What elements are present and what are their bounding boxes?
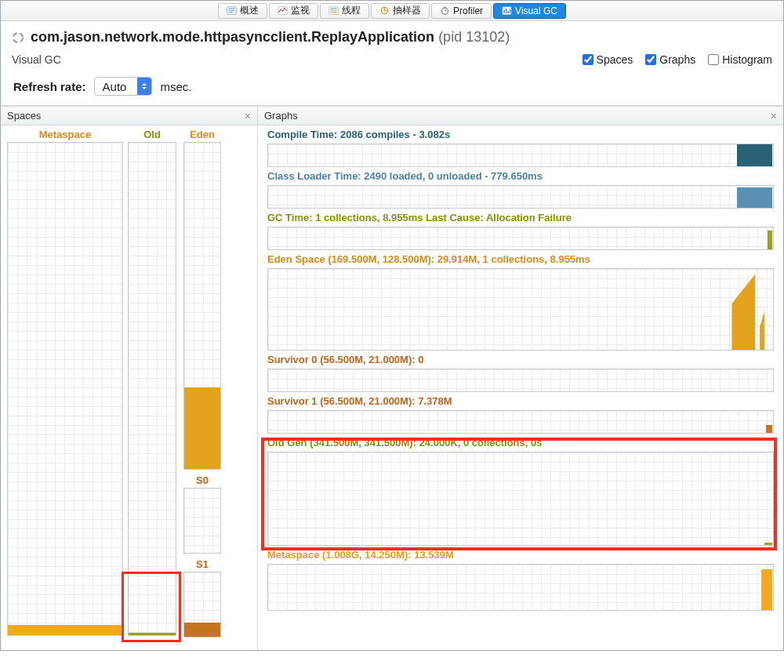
stepper-arrows-icon[interactable] xyxy=(137,78,151,95)
visualgc-icon xyxy=(502,5,512,16)
graph-box-compile xyxy=(267,143,774,167)
close-icon[interactable]: × xyxy=(245,110,251,122)
sampler-icon xyxy=(379,5,390,16)
svg-rect-2 xyxy=(229,10,235,11)
graph-bar xyxy=(764,543,772,545)
tab-monitor[interactable]: 监视 xyxy=(269,3,318,19)
svg-rect-14 xyxy=(444,7,446,8)
graph-title-s1: Survivor 1 (56.500M, 21.000M): 7.378M xyxy=(267,395,774,407)
space-s0-box xyxy=(183,488,221,554)
graph-container-s0 xyxy=(267,369,774,392)
space-metaspace: Metaspace xyxy=(7,129,123,636)
graph-container-s1 xyxy=(267,410,774,434)
space-fill xyxy=(8,625,122,635)
graph-box-metaspace xyxy=(267,564,774,611)
graph-box-classloader xyxy=(267,185,774,209)
refresh-unit: msec. xyxy=(160,80,191,93)
app-pid: (pid 13102) xyxy=(438,29,510,45)
refresh-rate-select[interactable]: Auto xyxy=(94,77,153,96)
close-icon[interactable]: × xyxy=(771,110,777,122)
svg-rect-8 xyxy=(331,12,337,13)
pane-title: Spaces xyxy=(7,110,41,122)
graph-title-gctime: GC Time: 1 collections, 8.955ms Last Cau… xyxy=(267,212,774,223)
graph-box-eden xyxy=(267,268,774,351)
checkbox-graphs[interactable]: Graphs xyxy=(645,53,695,66)
graph-bar xyxy=(761,569,772,610)
svg-rect-1 xyxy=(229,8,235,9)
refresh-rate-value: Auto xyxy=(95,80,138,93)
refresh-label: Refresh rate: xyxy=(13,80,86,93)
tab-threads[interactable]: 线程 xyxy=(320,3,369,19)
graph-title-eden: Eden Space (169.500M, 128.500M): 29.914M… xyxy=(267,253,774,265)
svg-rect-7 xyxy=(331,10,337,11)
spaces-pane: Spaces × Metaspace Old xyxy=(1,107,258,650)
space-label: Metaspace xyxy=(39,129,91,140)
app-header: com.jason.network.mode.httpasyncclient.R… xyxy=(1,21,783,50)
space-old-box xyxy=(128,142,176,636)
graph-bar xyxy=(766,425,772,433)
spaces-pane-header: Spaces × xyxy=(1,107,257,125)
space-label: S1 xyxy=(196,558,209,570)
svg-rect-17 xyxy=(506,9,507,13)
space-label: Old xyxy=(143,129,161,140)
tab-visualgc[interactable]: Visual GC xyxy=(493,3,566,19)
space-fill xyxy=(184,623,220,637)
loading-spinner-icon xyxy=(12,31,24,44)
space-fill xyxy=(184,387,220,469)
tab-overview[interactable]: 概述 xyxy=(218,3,267,19)
app-tab-bar: 概述 监视 线程 抽样器 Profiler Visual GC xyxy=(1,1,783,21)
checkbox-label: Graphs xyxy=(659,53,695,66)
app-title: com.jason.network.mode.httpasyncclient.R… xyxy=(31,29,434,45)
graph-box-oldgen xyxy=(267,452,774,546)
tab-label: 监视 xyxy=(291,4,310,17)
space-old: Old xyxy=(126,129,178,636)
monitor-icon xyxy=(278,5,288,16)
graph-box-s0 xyxy=(267,369,774,392)
space-eden-stack: Eden S0 S1 xyxy=(181,129,223,637)
svg-line-13 xyxy=(445,9,447,11)
checkbox-label: Spaces xyxy=(597,53,633,66)
tab-label: Profiler xyxy=(453,5,483,16)
sub-header: Visual GC Spaces Graphs Histogram xyxy=(1,50,783,71)
checkbox-graphs-input[interactable] xyxy=(645,54,656,65)
graphs-pane-header: Graphs × xyxy=(258,107,783,125)
checkbox-histogram[interactable]: Histogram xyxy=(708,53,772,66)
tab-label: Visual GC xyxy=(515,5,557,16)
svg-rect-18 xyxy=(507,11,509,13)
tool-title: Visual GC xyxy=(12,53,61,66)
tab-profiler[interactable]: Profiler xyxy=(431,3,492,19)
checkbox-spaces-input[interactable] xyxy=(583,54,593,65)
graph-title-oldgen: Old Gen (341.500M, 341.500M): 24.000K, 0… xyxy=(267,437,774,449)
threads-icon xyxy=(328,5,339,16)
graph-container-metaspace xyxy=(267,564,774,611)
tab-label: 线程 xyxy=(342,4,361,17)
space-metaspace-box xyxy=(7,142,123,636)
svg-rect-3 xyxy=(229,12,234,13)
svg-rect-6 xyxy=(331,8,337,9)
graph-title-metaspace: Metaspace (1.008G, 14.250M): 13.539M xyxy=(267,549,774,561)
tab-sampler[interactable]: 抽样器 xyxy=(371,3,430,19)
graph-bar xyxy=(737,187,772,208)
space-eden-box xyxy=(183,142,221,470)
profiler-icon xyxy=(440,5,450,16)
checkbox-spaces[interactable]: Spaces xyxy=(583,53,633,66)
tab-label: 概述 xyxy=(240,4,259,17)
svg-point-20 xyxy=(13,33,23,42)
space-fill xyxy=(129,633,176,635)
graph-bar xyxy=(737,144,772,166)
graph-title-classloader: Class Loader Time: 2490 loaded, 0 unload… xyxy=(267,170,774,182)
space-label: Eden xyxy=(190,129,215,140)
graphs-pane: Graphs × Compile Time: 2086 compiles - 3… xyxy=(258,107,783,650)
checkbox-histogram-input[interactable] xyxy=(708,54,719,65)
checkbox-label: Histogram xyxy=(722,53,772,66)
graph-title-s0: Survivor 0 (56.500M, 21.000M): 0 xyxy=(267,354,774,365)
space-label: S0 xyxy=(196,474,209,486)
overview-icon xyxy=(227,5,237,16)
graph-container-compile xyxy=(267,143,774,167)
svg-rect-19 xyxy=(510,9,511,13)
graph-box-s1 xyxy=(267,410,774,434)
graph-container-classloader xyxy=(267,185,774,209)
refresh-bar: Refresh rate: Auto msec. xyxy=(1,71,783,105)
space-s1-box xyxy=(183,572,221,637)
tab-label: 抽样器 xyxy=(393,4,421,17)
